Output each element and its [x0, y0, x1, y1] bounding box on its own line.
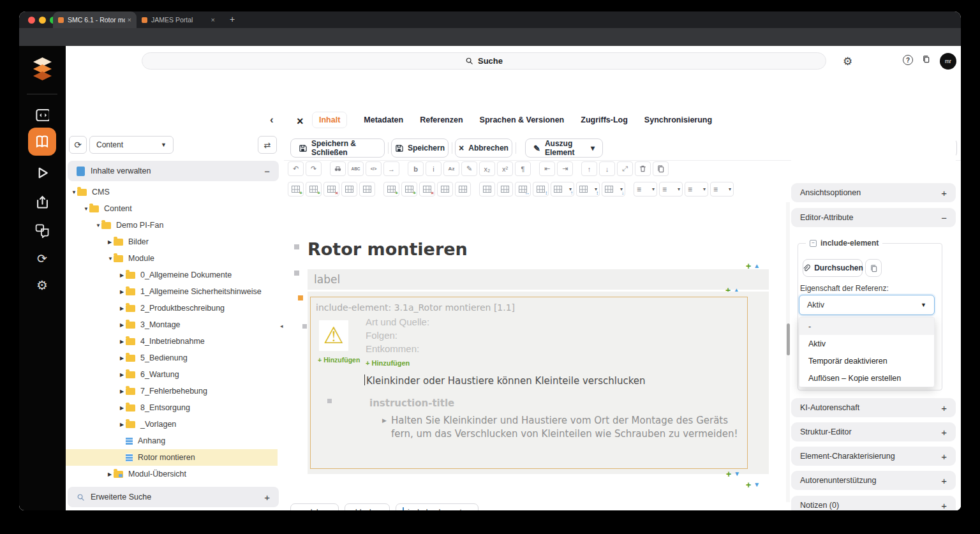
tree-expand-icon[interactable]: ▶ — [120, 405, 126, 411]
section-notizen-0[interactable]: Notizen (0)+ — [791, 496, 956, 510]
collapse-section-icon[interactable]: − — [264, 166, 270, 177]
insert-row-above-icon[interactable]: + — [383, 182, 399, 197]
canvas-scrollbar-thumb[interactable] — [787, 323, 790, 355]
chevron-down-icon[interactable]: ▾ — [595, 186, 597, 192]
expand-icon[interactable]: + — [941, 475, 947, 486]
justify-icon[interactable]: ≡▾ — [710, 182, 734, 197]
rail-play-icon[interactable] — [28, 160, 56, 186]
pilcrow-icon[interactable]: ¶ — [515, 161, 531, 176]
section-ki-autorenschaft[interactable]: KI-Autorenschaft+ — [791, 398, 956, 417]
chevron-down-icon[interactable]: ▾ — [569, 186, 572, 192]
subscript-icon[interactable]: x₂ — [479, 161, 495, 176]
undo-icon[interactable]: ↶ — [288, 161, 304, 176]
collapse-group-icon[interactable]: − — [810, 240, 817, 247]
move-down-icon[interactable]: ▼ — [734, 471, 740, 477]
table-props-icon[interactable] — [359, 182, 375, 197]
tab-sprachen-versionen[interactable]: Sprachen & Versionen — [480, 115, 565, 124]
tree-item[interactable]: ▶1_Allgemeine Sicherheitshinweise — [66, 283, 278, 300]
add-block-icon[interactable]: + — [746, 481, 751, 489]
editor-canvas[interactable]: Rotor montieren + ▲ label + ▲ — [284, 202, 790, 502]
content-heading[interactable]: Rotor montieren — [308, 239, 468, 259]
dropdown-option-tempor-r-deaktivieren[interactable]: Temporär deaktivieren — [799, 352, 934, 369]
tree-expand-icon[interactable]: ▶ — [120, 372, 126, 378]
tree-item[interactable]: ▶6_Wartung — [66, 366, 278, 383]
minimize-window-button[interactable] — [39, 17, 46, 24]
expand-icon[interactable]: + — [941, 427, 947, 438]
tree-item[interactable]: ▶_Vorlagen — [66, 416, 278, 433]
dropdown-option-aktiv[interactable]: Aktiv — [799, 335, 934, 352]
tree-item[interactable]: ▶3_Montage — [66, 316, 278, 333]
indent-icon[interactable]: ⇥ — [557, 161, 573, 176]
spellcheck-icon[interactable]: ABC — [348, 161, 364, 176]
tab-close-icon[interactable]: × — [211, 16, 215, 24]
duplicate-icon[interactable] — [653, 161, 669, 176]
tab-zugriffs-log[interactable]: Zugriffs-Log — [581, 115, 628, 124]
tree-item[interactable]: ▼Module — [66, 250, 278, 267]
tree-expand-icon[interactable]: ▶ — [108, 239, 114, 245]
split-cells-icon[interactable] — [497, 182, 513, 197]
section-inhalte-verwalten[interactable]: Inhalte verwalten − — [68, 161, 279, 181]
tab-close-icon[interactable]: × — [128, 16, 131, 24]
tree-expand-icon[interactable]: ▶ — [108, 471, 114, 477]
tree-expand-icon[interactable]: ▶ — [120, 306, 126, 311]
tree-item[interactable]: ▶Bilder — [66, 234, 278, 250]
expand-icon[interactable]: + — [941, 451, 947, 462]
warning-image[interactable]: ⚠ — [319, 320, 348, 351]
rail-publish-icon[interactable] — [28, 189, 56, 214]
section-struktur-editor[interactable]: Struktur-Editor+ — [791, 422, 956, 441]
delete-col-icon[interactable]: × — [323, 182, 339, 197]
app-settings-gear-icon[interactable]: ⚙ — [843, 55, 852, 68]
chevron-down-icon[interactable]: ▾ — [729, 186, 731, 192]
collapse-icon[interactable]: − — [941, 212, 947, 223]
tree-collapse-icon[interactable]: ▼ — [108, 256, 114, 262]
tab-inhalt[interactable]: Inhalt — [312, 112, 347, 128]
include-handle[interactable] — [298, 295, 303, 300]
hazard-text[interactable]: Kleinkinder oder Haustiere können Kleint… — [366, 375, 646, 387]
translate-box-icon[interactable]: Az — [443, 161, 459, 176]
tree-item[interactable]: ▶Modul-Übersicht — [66, 466, 278, 482]
collapse-explorer-icon[interactable]: ‹ — [270, 114, 274, 126]
scope-select[interactable]: Content ▼ — [89, 136, 174, 154]
open-reference-button[interactable] — [865, 259, 882, 277]
breadcrumb-module[interactable]: module▼ — [290, 503, 339, 510]
move-up-icon[interactable]: ▲ — [754, 263, 760, 269]
insert-row-below-icon[interactable]: + — [401, 182, 417, 197]
section-element-charakterisierung[interactable]: Element-Charakterisierung+ — [791, 447, 956, 466]
refresh-tree-button[interactable]: ⟳ — [69, 136, 87, 154]
cell-props-icon[interactable] — [455, 182, 471, 197]
col-props-icon[interactable] — [341, 182, 357, 197]
find-icon[interactable] — [330, 161, 346, 176]
smc-logo[interactable] — [32, 56, 53, 80]
tree-item[interactable]: ▶2_Produktbeschreibung — [66, 300, 278, 316]
tree-item[interactable]: ▶4_Inbetriebnahme — [66, 333, 278, 350]
distribute-v-icon[interactable]: ↕ — [533, 182, 549, 197]
code-icon[interactable]: </> — [366, 161, 382, 176]
windows-icon[interactable] — [922, 55, 930, 63]
breadcrumb-block[interactable]: block▼ — [345, 503, 390, 510]
align-center-icon[interactable]: ≡▾ — [659, 182, 683, 197]
close-window-button[interactable] — [28, 17, 35, 24]
close-editor-icon[interactable]: × — [297, 115, 304, 128]
tree-item[interactable]: Rotor montieren — [66, 449, 278, 466]
new-tab-button[interactable]: + — [230, 14, 235, 24]
reference-select[interactable]: Aktiv ▼ — [799, 295, 935, 315]
tree-item[interactable]: ▶5_Bedienung — [66, 350, 278, 366]
highlight-icon[interactable]: ✎ — [461, 161, 477, 176]
superscript-icon[interactable]: x² — [497, 161, 513, 176]
browse-button[interactable]: Durchsuchen — [803, 259, 863, 277]
module-block[interactable]: include-element: 3.1a_Rotor montieren [1… — [308, 292, 769, 474]
rail-sync-icon[interactable]: ⟳ — [28, 246, 56, 271]
bold-icon[interactable]: b — [408, 161, 424, 176]
browser-tab-smc-6-1-rotor-montieren[interactable]: SMC 6.1 - Rotor montieren× — [53, 11, 137, 28]
tree-expand-icon[interactable]: ▶ — [120, 322, 126, 328]
tree-expand-icon[interactable]: ▶ — [120, 355, 126, 361]
dropdown-option-[interactable]: - — [799, 318, 934, 335]
dropdown-option-aufl-sen-kopie-erstellen[interactable]: Auflösen – Kopie erstellen — [799, 369, 934, 387]
section-erweiterte-suche[interactable]: Erweiterte Suche + — [68, 487, 279, 507]
tree-expand-icon[interactable]: ▶ — [120, 422, 126, 427]
chevron-down-icon[interactable]: ▾ — [652, 186, 655, 192]
tree-item[interactable]: ▶7_Fehlerbehebung — [66, 383, 278, 399]
block-handle[interactable] — [327, 399, 332, 403]
include-element-block[interactable]: include-element: 3.1a_Rotor montieren [1… — [310, 297, 748, 469]
move-up-icon[interactable]: ↑ — [581, 161, 597, 176]
